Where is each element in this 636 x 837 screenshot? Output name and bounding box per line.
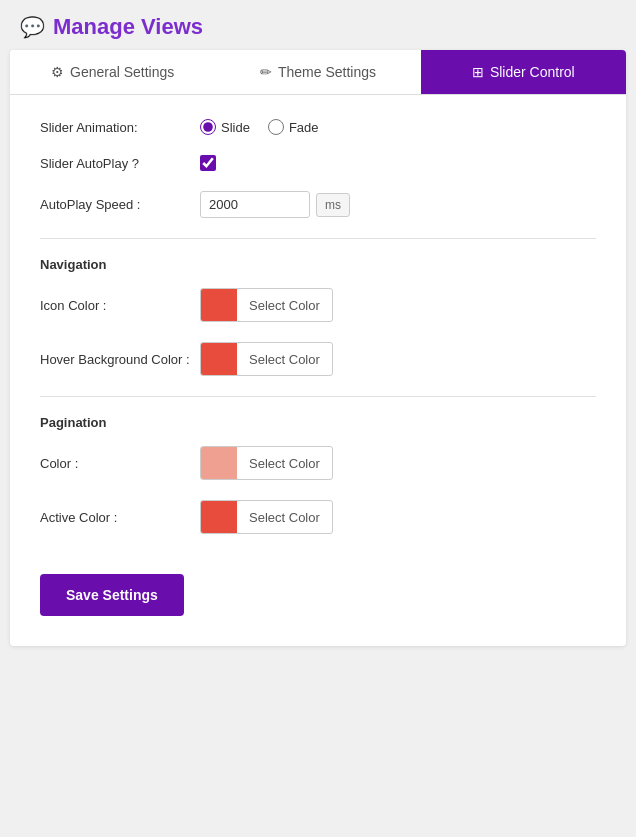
active-color-swatch [201,501,237,533]
tab-content: Slider Animation: Slide Fade Slider Auto… [10,95,626,646]
active-color-label: Active Color : [40,510,200,525]
autoplay-speed-row: AutoPlay Speed : ms [40,191,596,218]
animation-options: Slide Fade [200,119,319,135]
tab-general[interactable]: ⚙ General Settings [10,50,215,94]
icon-color-btn-label: Select Color [237,293,332,318]
save-button[interactable]: Save Settings [40,574,184,616]
radio-slide-input[interactable] [200,119,216,135]
navigation-section-title: Navigation [40,257,596,272]
autoplay-speed-label: AutoPlay Speed : [40,197,200,212]
hover-bg-color-row: Hover Background Color : Select Color [40,342,596,376]
tab-general-label: General Settings [70,64,174,80]
active-color-row: Active Color : Select Color [40,500,596,534]
tab-slider[interactable]: ⊞ Slider Control [421,50,626,94]
pagination-section-title: Pagination [40,415,596,430]
active-color-btn[interactable]: Select Color [200,500,333,534]
hover-bg-color-label: Hover Background Color : [40,352,200,367]
pagination-divider [40,396,596,397]
radio-fade[interactable]: Fade [268,119,319,135]
radio-slide[interactable]: Slide [200,119,250,135]
autoplay-label: Slider AutoPlay ? [40,156,200,171]
icon-color-btn[interactable]: Select Color [200,288,333,322]
hover-bg-color-btn-label: Select Color [237,347,332,372]
page-header: 💬 Manage Views [0,0,636,50]
pagination-color-label: Color : [40,456,200,471]
theme-icon: ✏ [260,64,272,80]
tab-slider-label: Slider Control [490,64,575,80]
slider-icon: ⊞ [472,64,484,80]
autoplay-checkbox[interactable] [200,155,216,171]
tab-bar: ⚙ General Settings ✏ Theme Settings ⊞ Sl… [10,50,626,95]
active-color-btn-label: Select Color [237,505,332,530]
icon-color-swatch [201,289,237,321]
slider-animation-label: Slider Animation: [40,120,200,135]
slider-animation-row: Slider Animation: Slide Fade [40,119,596,135]
outer-container: 💬 Manage Views ⚙ General Settings ✏ Them… [0,0,636,666]
icon-color-label: Icon Color : [40,298,200,313]
hover-bg-color-swatch [201,343,237,375]
main-card: ⚙ General Settings ✏ Theme Settings ⊞ Sl… [10,50,626,646]
page-title: Manage Views [53,14,203,40]
autoplay-speed-input[interactable] [200,191,310,218]
hover-bg-color-btn[interactable]: Select Color [200,342,333,376]
pagination-color-row: Color : Select Color [40,446,596,480]
radio-slide-label: Slide [221,120,250,135]
speed-input-wrapper: ms [200,191,350,218]
autoplay-row: Slider AutoPlay ? [40,155,596,171]
tab-theme-label: Theme Settings [278,64,376,80]
radio-fade-label: Fade [289,120,319,135]
pagination-color-swatch [201,447,237,479]
general-icon: ⚙ [51,64,64,80]
radio-fade-input[interactable] [268,119,284,135]
tab-theme[interactable]: ✏ Theme Settings [215,50,420,94]
navigation-divider [40,238,596,239]
speed-unit: ms [316,193,350,217]
icon-color-row: Icon Color : Select Color [40,288,596,322]
pagination-color-btn-label: Select Color [237,451,332,476]
header-icon: 💬 [20,15,45,39]
pagination-color-btn[interactable]: Select Color [200,446,333,480]
